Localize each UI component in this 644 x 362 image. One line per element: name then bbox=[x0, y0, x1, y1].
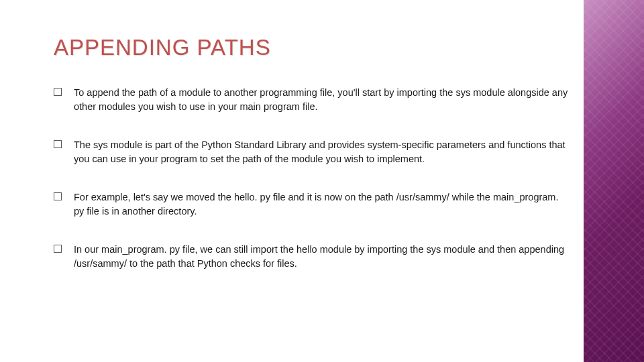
bullet-list: To append the path of a module to anothe… bbox=[54, 86, 570, 271]
slide-content: APPENDING PATHS To append the path of a … bbox=[0, 0, 584, 362]
list-item: To append the path of a module to anothe… bbox=[54, 86, 570, 114]
list-item: The sys module is part of the Python Sta… bbox=[54, 138, 570, 166]
list-item: For example, let's say we moved the hell… bbox=[54, 190, 570, 219]
list-item: In our main_program. py file, we can sti… bbox=[54, 243, 570, 271]
decorative-sidebar bbox=[584, 0, 644, 362]
slide-title: APPENDING PATHS bbox=[54, 35, 570, 60]
